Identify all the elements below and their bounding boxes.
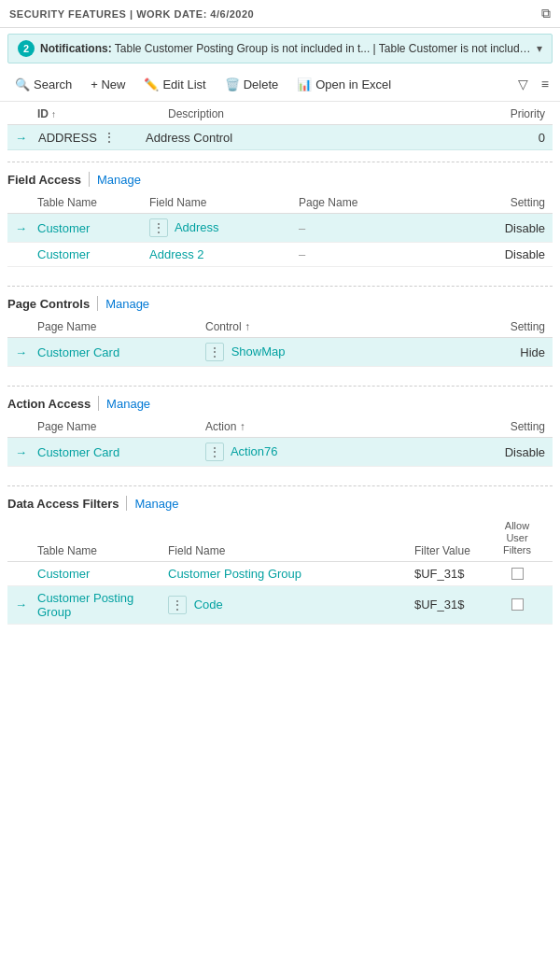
da-col-filter: Filter Value xyxy=(414,544,489,557)
delete-button[interactable]: 🗑️ Delete xyxy=(217,74,287,95)
main-col-description: Description xyxy=(168,107,470,120)
fa-col-setting: Setting xyxy=(392,196,545,209)
delete-icon: 🗑️ xyxy=(225,77,240,91)
da-col-allow: AllowUserFilters xyxy=(489,520,545,557)
fa-row-setting: Disable xyxy=(392,221,545,235)
pc-page-link[interactable]: Customer Card xyxy=(37,345,119,359)
da-table-link[interactable]: Customer xyxy=(37,567,90,581)
row-id-text: ADDRESS xyxy=(38,131,97,145)
da-row-allow xyxy=(489,598,545,611)
search-button[interactable]: 🔍 Search xyxy=(7,74,79,95)
pc-row-arrow-icon: → xyxy=(15,345,27,359)
list-view-button[interactable]: ≡ xyxy=(538,73,553,95)
field-access-row[interactable]: → Customer ⋮ Address – Disable xyxy=(7,214,553,243)
action-access-table-header: Page Name Action ↑ Setting xyxy=(7,416,553,438)
aa-row-action: ⋮ Action76 xyxy=(205,443,470,461)
da-row-field: ⋮ Code xyxy=(168,596,414,614)
fa-row-setting: Disable xyxy=(392,247,545,261)
fa-col-table: Table Name xyxy=(37,196,149,209)
da-field-link[interactable]: Customer Posting Group xyxy=(168,567,301,581)
aa-page-link[interactable]: Customer Card xyxy=(37,445,119,459)
action-access-title: Action Access xyxy=(7,397,91,411)
notification-bar: 2 Notifications: Table Customer Posting … xyxy=(7,34,553,63)
da-row-table: Customer xyxy=(37,567,168,581)
action-access-row[interactable]: → Customer Card ⋮ Action76 Disable xyxy=(7,438,553,467)
aa-row-arrow-icon: → xyxy=(15,445,27,459)
field-access-table-header: Table Name Field Name Page Name Setting xyxy=(7,192,553,214)
da-row-table: Customer Posting Group xyxy=(37,591,168,619)
edit-list-button[interactable]: ✏️ Edit List xyxy=(136,74,213,95)
da-row-arrow-icon: → xyxy=(15,598,27,612)
fa-row-table: Customer xyxy=(37,221,149,235)
filter-button[interactable]: ▽ xyxy=(514,73,532,95)
da-row-field: Customer Posting Group xyxy=(168,567,414,581)
toolbar-right: ▽ ≡ xyxy=(514,73,553,95)
new-button[interactable]: + New xyxy=(83,74,133,95)
table-row[interactable]: → ADDRESS ⋮ Address Control 0 xyxy=(7,125,553,150)
excel-icon: 📊 xyxy=(297,77,312,91)
open-excel-button[interactable]: 📊 Open in Excel xyxy=(289,74,399,95)
main-table-header: ID ↑ Description Priority xyxy=(7,102,553,125)
fa-table-link[interactable]: Customer xyxy=(37,247,90,261)
main-col-id: ID ↑ xyxy=(37,107,168,120)
header: SECURITY FEATURES | WORK DATE: 4/6/2020 … xyxy=(0,0,560,28)
row-id-cell: → ADDRESS ⋮ xyxy=(15,130,146,145)
field-access-table: Table Name Field Name Page Name Setting … xyxy=(0,192,560,274)
data-access-sep xyxy=(126,496,127,511)
aa-action-link[interactable]: Action76 xyxy=(231,444,278,458)
page-title: SECURITY FEATURES | WORK DATE: 4/6/2020 xyxy=(9,8,254,20)
main-col-priority: Priority xyxy=(470,107,545,120)
notification-badge: 2 xyxy=(18,40,35,57)
notification-text: Notifications: Table Customer Posting Gr… xyxy=(40,42,537,55)
fa-row-page: – xyxy=(299,221,392,235)
aa-col-action: Action ↑ xyxy=(205,420,470,433)
aa-row-setting: Disable xyxy=(470,445,545,459)
notification-content: 2 Notifications: Table Customer Posting … xyxy=(18,40,537,57)
pc-col-setting: Setting xyxy=(470,320,545,333)
fa-field-link[interactable]: Address 2 xyxy=(149,247,204,261)
action-access-manage-button[interactable]: Manage xyxy=(106,397,150,411)
pc-row-control: ⋮ ShowMap xyxy=(205,343,470,361)
da-col-field: Field Name xyxy=(168,544,414,557)
da-allow-checkbox[interactable] xyxy=(511,598,524,611)
pc-control-link[interactable]: ShowMap xyxy=(231,344,286,358)
field-access-row[interactable]: Customer Address 2 – Disable xyxy=(7,243,553,267)
fa-row-field: ⋮ Address xyxy=(149,218,299,237)
page-controls-row[interactable]: → Customer Card ⋮ ShowMap Hide xyxy=(7,338,553,367)
page-controls-table-header: Page Name Control ↑ Setting xyxy=(7,316,553,338)
search-icon: 🔍 xyxy=(15,77,30,91)
field-access-title: Field Access xyxy=(7,173,81,187)
field-access-sep xyxy=(89,172,90,187)
page-controls-sep xyxy=(97,296,98,311)
pc-row-arrow-cell: → xyxy=(15,345,37,359)
da-allow-checkbox[interactable] xyxy=(511,568,524,580)
fa-row-arrow-cell: → xyxy=(15,221,37,235)
fa-table-link[interactable]: Customer xyxy=(37,221,90,235)
pc-row-page: Customer Card xyxy=(37,345,205,359)
field-access-manage-button[interactable]: Manage xyxy=(97,173,141,187)
action-access-header: Action Access Manage xyxy=(0,387,560,416)
da-row-filter: $UF_31$ xyxy=(414,567,489,581)
fa-row-arrow-icon: → xyxy=(15,221,27,235)
data-access-row[interactable]: → Customer Posting Group ⋮ Code $UF_31$ xyxy=(7,586,553,625)
fa-context-menu-button[interactable]: ⋮ xyxy=(149,218,168,237)
row-arrow-icon: → xyxy=(15,131,27,145)
action-access-sep xyxy=(98,396,99,411)
edit-list-icon: ✏️ xyxy=(144,77,159,91)
page-controls-manage-button[interactable]: Manage xyxy=(105,297,149,311)
aa-context-menu-button[interactable]: ⋮ xyxy=(205,443,224,461)
row-context-menu-button[interactable]: ⋮ xyxy=(101,130,118,145)
expand-icon[interactable]: ⧉ xyxy=(541,6,551,21)
pc-context-menu-button[interactable]: ⋮ xyxy=(205,343,224,361)
fa-field-link[interactable]: Address xyxy=(175,220,219,234)
aa-row-page: Customer Card xyxy=(37,445,205,459)
notification-chevron-icon[interactable]: ▾ xyxy=(537,42,542,55)
da-table-link[interactable]: Customer Posting Group xyxy=(37,591,133,619)
data-access-row[interactable]: Customer Customer Posting Group $UF_31$ xyxy=(7,562,553,586)
da-context-menu-button[interactable]: ⋮ xyxy=(168,596,187,614)
da-col-table: Table Name xyxy=(37,544,168,557)
data-access-table: Table Name Field Name Filter Value Allow… xyxy=(0,516,560,632)
aa-col-page: Page Name xyxy=(37,420,205,433)
data-access-manage-button[interactable]: Manage xyxy=(134,497,178,511)
da-field-link[interactable]: Code xyxy=(194,598,223,612)
